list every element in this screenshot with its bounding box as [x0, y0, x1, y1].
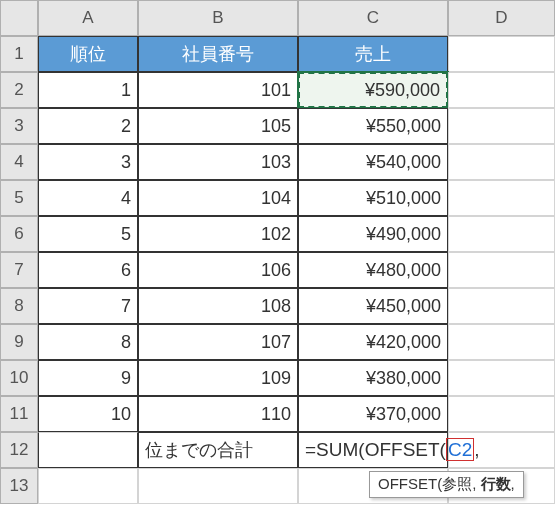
spreadsheet-grid[interactable]: A B C D 1 順位 社員番号 売上 2 1 101 ¥590,000 3 …: [0, 0, 555, 504]
row-header-13[interactable]: 13: [0, 468, 38, 504]
col-header-B[interactable]: B: [138, 0, 298, 36]
cell-D7[interactable]: [448, 252, 555, 288]
cell-A12[interactable]: [38, 432, 138, 468]
cell-A6[interactable]: 5: [38, 216, 138, 252]
cell-D8[interactable]: [448, 288, 555, 324]
row-header-7[interactable]: 7: [0, 252, 38, 288]
cell-B7[interactable]: 106: [138, 252, 298, 288]
cell-D6[interactable]: [448, 216, 555, 252]
cell-D10[interactable]: [448, 360, 555, 396]
cell-C3[interactable]: ¥550,000: [298, 108, 448, 144]
header-rank[interactable]: 順位: [38, 36, 138, 72]
cell-B8[interactable]: 108: [138, 288, 298, 324]
cell-C8[interactable]: ¥450,000: [298, 288, 448, 324]
corner-select-all[interactable]: [0, 0, 38, 36]
cell-C10[interactable]: ¥380,000: [298, 360, 448, 396]
cell-C4[interactable]: ¥540,000: [298, 144, 448, 180]
cell-A2[interactable]: 1: [38, 72, 138, 108]
cell-A9[interactable]: 8: [38, 324, 138, 360]
cell-D9[interactable]: [448, 324, 555, 360]
col-header-C[interactable]: C: [298, 0, 448, 36]
cell-C2[interactable]: ¥590,000: [298, 72, 448, 108]
col-header-A[interactable]: A: [38, 0, 138, 36]
tooltip-arg1: 参照: [442, 475, 472, 492]
row-header-8[interactable]: 8: [0, 288, 38, 324]
cell-C11[interactable]: ¥370,000: [298, 396, 448, 432]
cell-B4[interactable]: 103: [138, 144, 298, 180]
row-header-1[interactable]: 1: [0, 36, 38, 72]
cell-D3[interactable]: [448, 108, 555, 144]
row-header-3[interactable]: 3: [0, 108, 38, 144]
cell-B13[interactable]: [138, 468, 298, 504]
tooltip-sep: ,: [472, 475, 480, 492]
function-tooltip: OFFSET(参照, 行数,: [369, 471, 524, 498]
row-header-9[interactable]: 9: [0, 324, 38, 360]
row-header-6[interactable]: 6: [0, 216, 38, 252]
cell-A10[interactable]: 9: [38, 360, 138, 396]
header-empno[interactable]: 社員番号: [138, 36, 298, 72]
cell-D2[interactable]: [448, 72, 555, 108]
cell-B9[interactable]: 107: [138, 324, 298, 360]
cell-D4[interactable]: [448, 144, 555, 180]
row-header-4[interactable]: 4: [0, 144, 38, 180]
cell-D5[interactable]: [448, 180, 555, 216]
cell-A13[interactable]: [38, 468, 138, 504]
cell-B6[interactable]: 102: [138, 216, 298, 252]
row-header-5[interactable]: 5: [0, 180, 38, 216]
formula-reference: C2: [446, 438, 474, 461]
formula-text: =SUM(OFFSET(C2,: [305, 439, 480, 461]
cell-B3[interactable]: 105: [138, 108, 298, 144]
cell-B5[interactable]: 104: [138, 180, 298, 216]
cell-C6[interactable]: ¥490,000: [298, 216, 448, 252]
cell-A4[interactable]: 3: [38, 144, 138, 180]
row-header-2[interactable]: 2: [0, 72, 38, 108]
row-header-11[interactable]: 11: [0, 396, 38, 432]
cell-C5[interactable]: ¥510,000: [298, 180, 448, 216]
cell-C9[interactable]: ¥420,000: [298, 324, 448, 360]
row-header-10[interactable]: 10: [0, 360, 38, 396]
cell-D1[interactable]: [448, 36, 555, 72]
cell-D11[interactable]: [448, 396, 555, 432]
cell-B12-label[interactable]: 位までの合計: [138, 432, 298, 468]
cell-C12-formula[interactable]: =SUM(OFFSET(C2, OFFSET(参照, 行数,: [298, 432, 448, 468]
header-sales[interactable]: 売上: [298, 36, 448, 72]
col-header-D[interactable]: D: [448, 0, 555, 36]
cell-A3[interactable]: 2: [38, 108, 138, 144]
cell-A5[interactable]: 4: [38, 180, 138, 216]
formula-suffix: ,: [474, 439, 479, 460]
cell-C7[interactable]: ¥480,000: [298, 252, 448, 288]
cell-A11[interactable]: 10: [38, 396, 138, 432]
cell-B2[interactable]: 101: [138, 72, 298, 108]
row-header-12[interactable]: 12: [0, 432, 38, 468]
tooltip-suffix: ,: [511, 475, 515, 492]
tooltip-fn: OFFSET(: [378, 475, 442, 492]
cell-A7[interactable]: 6: [38, 252, 138, 288]
cell-A8[interactable]: 7: [38, 288, 138, 324]
formula-prefix: =SUM(OFFSET(: [305, 439, 446, 460]
tooltip-arg-current: 行数: [481, 475, 511, 492]
cell-B10[interactable]: 109: [138, 360, 298, 396]
cell-B11[interactable]: 110: [138, 396, 298, 432]
